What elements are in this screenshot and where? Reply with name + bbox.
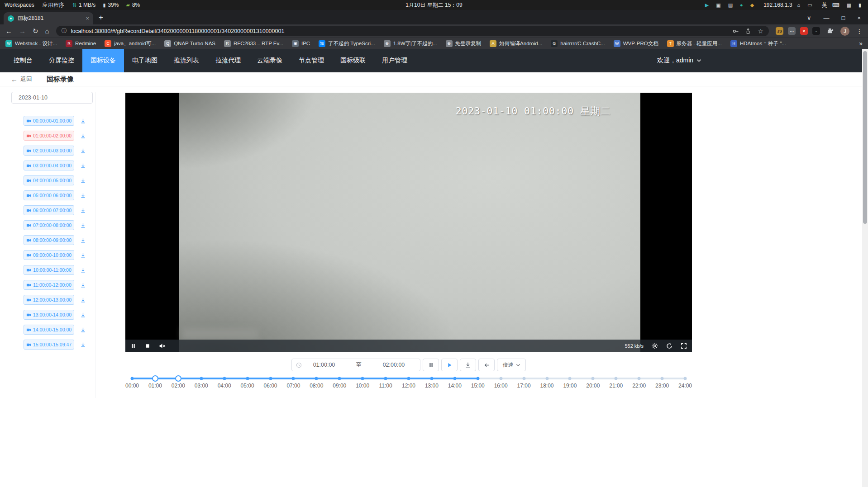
scrollbar-thumb[interactable]: [863, 51, 867, 224]
segment-button[interactable]: 10:00:00-11:00:00: [24, 265, 74, 275]
video-player[interactable]: 2023-01-10 01:00:00 星期二 552 kb/s: [125, 93, 692, 352]
new-tab-button[interactable]: +: [99, 13, 103, 22]
nav-item[interactable]: 节点管理: [291, 49, 332, 72]
timeline-hour-dot[interactable]: [591, 377, 595, 380]
timeline-hour-dot[interactable]: [315, 377, 318, 380]
timeline-hour-dot[interactable]: [638, 377, 641, 380]
timeline-hour-dot[interactable]: [246, 377, 249, 380]
tray-item[interactable]: ●: [740, 3, 745, 8]
bookmark-item[interactable]: R Redmine: [66, 40, 96, 47]
timeline-hour-dot[interactable]: [568, 377, 572, 380]
bookmark-item[interactable]: Q QNAP Turbo NAS: [164, 40, 215, 47]
tray-item[interactable]: ▭: [807, 3, 814, 8]
nav-item[interactable]: 电子地图: [124, 49, 166, 72]
pause-button[interactable]: [423, 359, 439, 371]
segment-button[interactable]: 04:00:00-05:00:00: [24, 175, 74, 185]
tray-item[interactable]: ▦: [847, 3, 854, 8]
tab-search-icon[interactable]: ∨: [807, 14, 811, 21]
bookmark-item[interactable]: A 如何编译Android...: [490, 40, 542, 47]
segment-button[interactable]: 06:00:00-07:00:00: [24, 205, 74, 215]
extensions-puzzle-icon[interactable]: [827, 28, 834, 34]
start-time-input[interactable]: [302, 362, 346, 368]
system-indicator[interactable]: ▮ 39%: [103, 2, 119, 8]
segment-download-button[interactable]: [80, 148, 86, 154]
segment-button[interactable]: 12:00:00-13:00:00: [24, 295, 74, 305]
timeline-hour-dot[interactable]: [361, 377, 364, 380]
rewind-button[interactable]: [478, 359, 495, 371]
bookmark-item[interactable]: ▣ IPC: [292, 40, 310, 47]
player-pause-icon[interactable]: [130, 343, 136, 349]
clock[interactable]: 1月10日 星期二 15：09: [405, 1, 462, 9]
segment-button[interactable]: 07:00:00-08:00:00: [24, 220, 74, 230]
window-maximize-button[interactable]: □: [842, 14, 845, 21]
timeline-hour-dot[interactable]: [384, 377, 387, 380]
timeline-hour-dot[interactable]: [615, 377, 618, 380]
share-icon[interactable]: [745, 28, 751, 34]
download-button[interactable]: [460, 359, 476, 371]
segment-download-button[interactable]: [80, 163, 86, 169]
segment-download-button[interactable]: [80, 282, 86, 288]
segment-download-button[interactable]: [80, 237, 86, 243]
timeline-hour-dot[interactable]: [499, 377, 502, 380]
window-minimize-button[interactable]: —: [824, 14, 830, 21]
segment-button[interactable]: 02:00:00-03:00:00: [24, 146, 74, 156]
timeline-hour-dot[interactable]: [684, 377, 687, 380]
bookmark-item[interactable]: ⊕ 免登录复制: [446, 40, 482, 47]
date-picker[interactable]: [11, 92, 93, 104]
nav-item[interactable]: 国标设备: [82, 49, 124, 72]
segment-download-button[interactable]: [80, 208, 86, 213]
timeline-hour-dot[interactable]: [200, 377, 203, 380]
player-refresh-icon[interactable]: [666, 343, 672, 349]
segment-button[interactable]: 09:00:00-10:00:00: [24, 250, 74, 260]
site-info-icon[interactable]: ⓘ: [62, 27, 67, 35]
bookmark-item[interactable]: C java、android可...: [105, 40, 156, 47]
back-link[interactable]: ← 返回: [11, 75, 32, 83]
player-settings-icon[interactable]: [652, 343, 658, 349]
bookmark-item[interactable]: H HDAtmos :: 种子 "...: [730, 40, 786, 47]
nav-item[interactable]: 推流列表: [166, 49, 207, 72]
bookmark-item[interactable]: ⊕ 1.8W字|了不起的...: [384, 40, 437, 47]
tray-item[interactable]: 英: [820, 1, 827, 9]
profile-avatar[interactable]: J: [840, 27, 849, 36]
window-close-button[interactable]: ×: [857, 14, 861, 21]
workspaces-button[interactable]: Workspaces: [5, 2, 34, 8]
segment-button[interactable]: 05:00:00-06:00:00: [24, 190, 74, 200]
timeline-hour-dot[interactable]: [430, 377, 433, 380]
segment-download-button[interactable]: [80, 252, 86, 258]
segment-download-button[interactable]: [80, 133, 86, 139]
bookmark-item[interactable]: R RFC2833 – RTP Ev...: [224, 40, 283, 47]
browser-tab[interactable]: ● 国标28181 ×: [4, 12, 93, 24]
timeline-hour-dot[interactable]: [407, 377, 410, 380]
extension-icon[interactable]: ⋯: [788, 27, 796, 35]
date-input[interactable]: [19, 95, 91, 101]
forward-button[interactable]: →: [19, 28, 26, 34]
tray-item[interactable]: ◆: [750, 3, 756, 8]
back-button[interactable]: ←: [5, 28, 12, 34]
nav-item[interactable]: 分屏监控: [41, 49, 82, 72]
timeline[interactable]: 00:0001:0002:0003:0004:0005:0006:0007:00…: [132, 374, 685, 394]
segment-download-button[interactable]: [80, 327, 86, 333]
tray-item[interactable]: ⌨: [832, 3, 842, 8]
timeline-track[interactable]: [132, 378, 685, 379]
address-bar[interactable]: ⓘ ☆: [56, 26, 769, 36]
reload-button[interactable]: ↻: [33, 28, 38, 34]
timeline-hour-dot[interactable]: [269, 377, 272, 380]
speed-dropdown[interactable]: 倍速: [497, 359, 526, 371]
segment-download-button[interactable]: [80, 297, 86, 303]
segment-button[interactable]: 13:00:00-14:00:00: [24, 310, 74, 320]
password-key-icon[interactable]: [732, 28, 739, 34]
nav-item[interactable]: 国标级联: [332, 49, 374, 72]
url-input[interactable]: [71, 28, 729, 34]
user-menu[interactable]: 欢迎，admin: [657, 49, 701, 72]
time-range-picker[interactable]: 至: [291, 359, 420, 371]
segment-download-button[interactable]: [80, 193, 86, 199]
segment-button[interactable]: 01:00:00-02:00:00: [24, 131, 74, 141]
timeline-handle[interactable]: [152, 375, 158, 382]
nav-item[interactable]: 云端录像: [249, 49, 291, 72]
system-indicator[interactable]: ▰ 8%: [126, 2, 140, 8]
segment-button[interactable]: 08:00:00-09:00:00: [24, 235, 74, 245]
timeline-hour-dot[interactable]: [476, 377, 479, 380]
extension-icon[interactable]: JS: [776, 27, 783, 35]
timeline-hour-dot[interactable]: [522, 377, 525, 380]
segment-button[interactable]: 15:00:00-15:09:47: [24, 340, 74, 350]
